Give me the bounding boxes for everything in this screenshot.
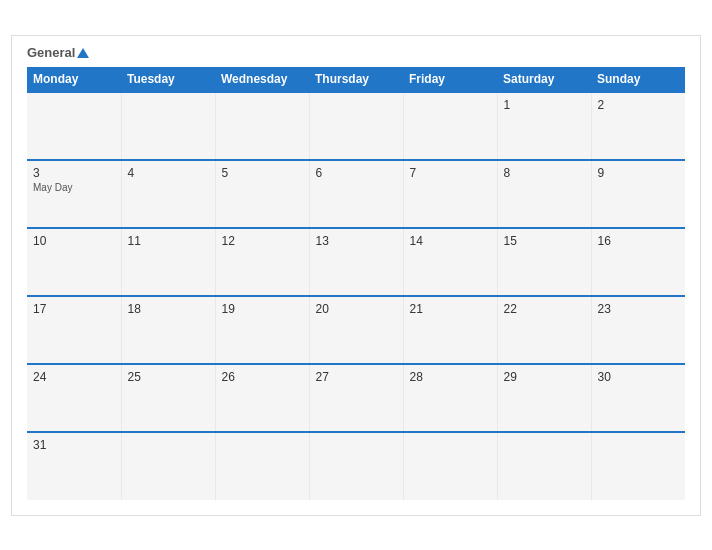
- calendar-cell: [403, 92, 497, 160]
- weekday-header-monday: Monday: [27, 67, 121, 92]
- calendar-cell: [497, 432, 591, 500]
- day-number: 31: [33, 438, 115, 452]
- day-number: 2: [598, 98, 680, 112]
- week-row-1: 3May Day456789: [27, 160, 685, 228]
- calendar-cell: 27: [309, 364, 403, 432]
- day-number: 28: [410, 370, 491, 384]
- calendar-cell: [591, 432, 685, 500]
- calendar-cell: 1: [497, 92, 591, 160]
- week-row-5: 31: [27, 432, 685, 500]
- calendar-cell: [309, 432, 403, 500]
- day-number: 14: [410, 234, 491, 248]
- calendar-cell: 6: [309, 160, 403, 228]
- calendar-cell: 19: [215, 296, 309, 364]
- day-number: 5: [222, 166, 303, 180]
- logo-general-text: General: [27, 46, 89, 59]
- day-number: 22: [504, 302, 585, 316]
- calendar-cell: 24: [27, 364, 121, 432]
- week-row-4: 24252627282930: [27, 364, 685, 432]
- calendar-cell: 16: [591, 228, 685, 296]
- weekday-header-sunday: Sunday: [591, 67, 685, 92]
- day-number: 6: [316, 166, 397, 180]
- calendar-cell: 8: [497, 160, 591, 228]
- day-number: 29: [504, 370, 585, 384]
- day-number: 26: [222, 370, 303, 384]
- calendar-cell: 13: [309, 228, 403, 296]
- calendar-cell: 30: [591, 364, 685, 432]
- calendar-cell: [215, 92, 309, 160]
- day-number: 23: [598, 302, 680, 316]
- calendar-cell: 3May Day: [27, 160, 121, 228]
- day-number: 19: [222, 302, 303, 316]
- calendar-cell: 20: [309, 296, 403, 364]
- day-number: 9: [598, 166, 680, 180]
- day-number: 13: [316, 234, 397, 248]
- holiday-label: May Day: [33, 182, 115, 193]
- calendar-cell: [27, 92, 121, 160]
- weekday-header-saturday: Saturday: [497, 67, 591, 92]
- calendar-cell: 17: [27, 296, 121, 364]
- calendar-cell: [215, 432, 309, 500]
- calendar-cell: 26: [215, 364, 309, 432]
- calendar-cell: 28: [403, 364, 497, 432]
- calendar-cell: [121, 92, 215, 160]
- weekday-header-friday: Friday: [403, 67, 497, 92]
- weekday-header-row: MondayTuesdayWednesdayThursdayFridaySatu…: [27, 67, 685, 92]
- week-row-0: 12: [27, 92, 685, 160]
- calendar-cell: 21: [403, 296, 497, 364]
- day-number: 25: [128, 370, 209, 384]
- weekday-header-wednesday: Wednesday: [215, 67, 309, 92]
- logo-triangle-icon: [77, 48, 89, 58]
- weekday-header-thursday: Thursday: [309, 67, 403, 92]
- calendar-cell: 18: [121, 296, 215, 364]
- day-number: 4: [128, 166, 209, 180]
- calendar-cell: [309, 92, 403, 160]
- calendar-cell: [403, 432, 497, 500]
- logo: General: [27, 46, 89, 59]
- calendar-cell: 22: [497, 296, 591, 364]
- calendar-cell: 11: [121, 228, 215, 296]
- day-number: 12: [222, 234, 303, 248]
- weekday-header-tuesday: Tuesday: [121, 67, 215, 92]
- calendar-cell: 29: [497, 364, 591, 432]
- calendar-tbody: 123May Day456789101112131415161718192021…: [27, 92, 685, 500]
- calendar-cell: 31: [27, 432, 121, 500]
- calendar-cell: 15: [497, 228, 591, 296]
- calendar-grid: MondayTuesdayWednesdayThursdayFridaySatu…: [27, 67, 685, 500]
- day-number: 18: [128, 302, 209, 316]
- calendar-cell: 23: [591, 296, 685, 364]
- calendar-cell: 9: [591, 160, 685, 228]
- calendar-container: General MondayTuesdayWednesdayThursdayFr…: [11, 35, 701, 516]
- calendar-cell: 7: [403, 160, 497, 228]
- calendar-cell: 25: [121, 364, 215, 432]
- calendar-cell: 4: [121, 160, 215, 228]
- day-number: 1: [504, 98, 585, 112]
- day-number: 17: [33, 302, 115, 316]
- calendar-cell: 10: [27, 228, 121, 296]
- calendar-cell: 14: [403, 228, 497, 296]
- day-number: 27: [316, 370, 397, 384]
- calendar-header: General: [27, 46, 685, 59]
- calendar-cell: 5: [215, 160, 309, 228]
- day-number: 3: [33, 166, 115, 180]
- day-number: 15: [504, 234, 585, 248]
- week-row-3: 17181920212223: [27, 296, 685, 364]
- day-number: 21: [410, 302, 491, 316]
- day-number: 10: [33, 234, 115, 248]
- day-number: 16: [598, 234, 680, 248]
- calendar-thead: MondayTuesdayWednesdayThursdayFridaySatu…: [27, 67, 685, 92]
- day-number: 24: [33, 370, 115, 384]
- calendar-cell: 2: [591, 92, 685, 160]
- day-number: 8: [504, 166, 585, 180]
- calendar-cell: 12: [215, 228, 309, 296]
- day-number: 7: [410, 166, 491, 180]
- day-number: 20: [316, 302, 397, 316]
- calendar-cell: [121, 432, 215, 500]
- day-number: 11: [128, 234, 209, 248]
- day-number: 30: [598, 370, 680, 384]
- week-row-2: 10111213141516: [27, 228, 685, 296]
